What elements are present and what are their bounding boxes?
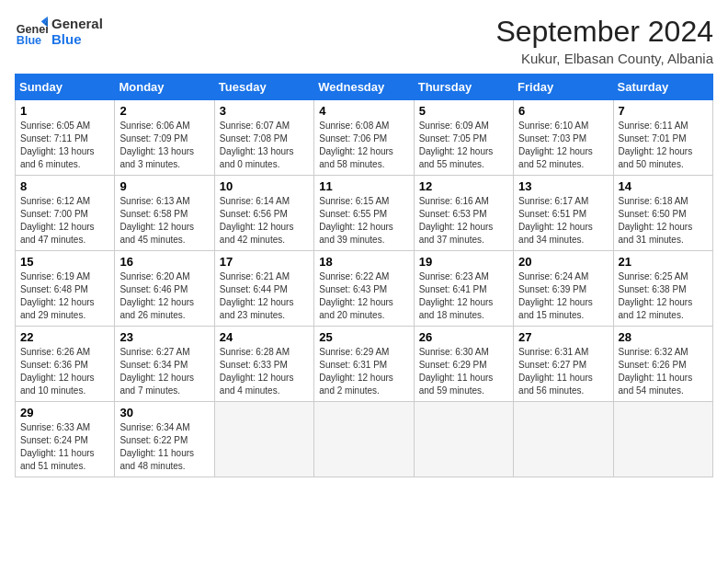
svg-text:Blue: Blue [17,34,41,47]
day-info: Sunrise: 6:19 AM Sunset: 6:48 PM Dayligh… [20,270,109,322]
calendar-day-cell: 6 Sunrise: 6:10 AM Sunset: 7:03 PM Dayli… [514,100,613,176]
page-header: General Blue General Blue September 2024… [15,15,713,66]
calendar-day-cell: 26 Sunrise: 6:30 AM Sunset: 6:29 PM Dayl… [414,327,513,402]
day-number: 14 [619,179,708,193]
calendar-day-cell: 23 Sunrise: 6:27 AM Sunset: 6:34 PM Dayl… [115,327,214,402]
logo: General Blue General Blue [15,15,103,48]
day-info: Sunrise: 6:09 AM Sunset: 7:05 PM Dayligh… [419,120,508,171]
calendar-day-cell [214,402,313,477]
day-number: 23 [119,330,209,344]
day-info: Sunrise: 6:25 AM Sunset: 6:38 PM Dayligh… [619,270,708,322]
day-info: Sunrise: 6:10 AM Sunset: 7:03 PM Dayligh… [518,120,608,171]
calendar-day-cell: 18 Sunrise: 6:22 AM Sunset: 6:43 PM Dayl… [314,251,414,327]
day-number: 16 [119,255,209,269]
day-info: Sunrise: 6:20 AM Sunset: 6:46 PM Dayligh… [119,270,209,322]
col-thursday: Thursday [414,75,513,100]
col-monday: Monday [115,75,214,100]
calendar-day-cell: 24 Sunrise: 6:28 AM Sunset: 6:33 PM Dayl… [214,327,313,402]
calendar-day-cell: 1 Sunrise: 6:05 AM Sunset: 7:11 PM Dayli… [16,100,115,176]
day-info: Sunrise: 6:16 AM Sunset: 6:53 PM Dayligh… [419,195,508,247]
day-info: Sunrise: 6:34 AM Sunset: 6:22 PM Dayligh… [119,421,209,473]
calendar-week-row: 8 Sunrise: 6:12 AM Sunset: 7:00 PM Dayli… [16,176,713,251]
day-number: 10 [220,179,309,193]
day-number: 25 [319,330,408,344]
calendar-day-cell [314,402,414,477]
day-info: Sunrise: 6:29 AM Sunset: 6:31 PM Dayligh… [319,346,408,397]
day-info: Sunrise: 6:05 AM Sunset: 7:11 PM Dayligh… [20,120,109,171]
title-section: September 2024 Kukur, Elbasan County, Al… [495,15,713,66]
day-number: 21 [619,255,708,269]
day-info: Sunrise: 6:12 AM Sunset: 7:00 PM Dayligh… [20,195,109,247]
logo-general: General [51,16,103,31]
day-info: Sunrise: 6:24 AM Sunset: 6:39 PM Dayligh… [518,270,608,322]
calendar-day-cell: 29 Sunrise: 6:33 AM Sunset: 6:24 PM Dayl… [16,402,115,477]
col-friday: Friday [514,75,613,100]
day-info: Sunrise: 6:06 AM Sunset: 7:09 PM Dayligh… [119,120,209,171]
day-info: Sunrise: 6:32 AM Sunset: 6:26 PM Dayligh… [619,346,708,397]
col-wednesday: Wednesday [314,75,414,100]
day-number: 19 [419,255,508,269]
day-number: 15 [20,255,109,269]
day-info: Sunrise: 6:18 AM Sunset: 6:50 PM Dayligh… [619,195,708,247]
day-info: Sunrise: 6:26 AM Sunset: 6:36 PM Dayligh… [20,346,109,397]
col-tuesday: Tuesday [214,75,313,100]
calendar-day-cell: 19 Sunrise: 6:23 AM Sunset: 6:41 PM Dayl… [414,251,513,327]
day-number: 3 [220,104,309,118]
location: Kukur, Elbasan County, Albania [495,51,713,66]
day-number: 13 [518,179,608,193]
day-number: 1 [20,104,109,118]
day-info: Sunrise: 6:15 AM Sunset: 6:55 PM Dayligh… [319,195,408,247]
day-number: 28 [619,330,708,344]
calendar-day-cell: 21 Sunrise: 6:25 AM Sunset: 6:38 PM Dayl… [613,251,712,327]
calendar-header-row: Sunday Monday Tuesday Wednesday Thursday… [16,75,713,100]
day-number: 5 [419,104,508,118]
calendar-day-cell: 2 Sunrise: 6:06 AM Sunset: 7:09 PM Dayli… [115,100,214,176]
calendar-week-row: 22 Sunrise: 6:26 AM Sunset: 6:36 PM Dayl… [16,327,713,402]
day-info: Sunrise: 6:14 AM Sunset: 6:56 PM Dayligh… [220,195,309,247]
day-number: 12 [419,179,508,193]
calendar-day-cell [414,402,513,477]
day-number: 22 [20,330,109,344]
calendar-day-cell: 11 Sunrise: 6:15 AM Sunset: 6:55 PM Dayl… [314,176,414,251]
month-title: September 2024 [495,15,713,49]
day-info: Sunrise: 6:07 AM Sunset: 7:08 PM Dayligh… [220,120,309,171]
calendar-day-cell: 3 Sunrise: 6:07 AM Sunset: 7:08 PM Dayli… [214,100,313,176]
day-number: 9 [119,179,209,193]
day-number: 24 [220,330,309,344]
calendar-day-cell: 13 Sunrise: 6:17 AM Sunset: 6:51 PM Dayl… [514,176,613,251]
day-info: Sunrise: 6:23 AM Sunset: 6:41 PM Dayligh… [419,270,508,322]
day-info: Sunrise: 6:28 AM Sunset: 6:33 PM Dayligh… [220,346,309,397]
calendar-day-cell: 10 Sunrise: 6:14 AM Sunset: 6:56 PM Dayl… [214,176,313,251]
day-number: 18 [319,255,408,269]
calendar-day-cell [613,402,712,477]
day-number: 17 [220,255,309,269]
day-info: Sunrise: 6:08 AM Sunset: 7:06 PM Dayligh… [319,120,408,171]
day-info: Sunrise: 6:17 AM Sunset: 6:51 PM Dayligh… [518,195,608,247]
calendar-week-row: 15 Sunrise: 6:19 AM Sunset: 6:48 PM Dayl… [16,251,713,327]
day-number: 30 [119,406,209,419]
logo-blue: Blue [51,31,103,47]
calendar-day-cell: 27 Sunrise: 6:31 AM Sunset: 6:27 PM Dayl… [514,327,613,402]
day-number: 6 [518,104,608,118]
day-info: Sunrise: 6:27 AM Sunset: 6:34 PM Dayligh… [119,346,209,397]
calendar-week-row: 29 Sunrise: 6:33 AM Sunset: 6:24 PM Dayl… [16,402,713,477]
day-number: 26 [419,330,508,344]
calendar-day-cell: 9 Sunrise: 6:13 AM Sunset: 6:58 PM Dayli… [115,176,214,251]
day-number: 20 [518,255,608,269]
day-info: Sunrise: 6:31 AM Sunset: 6:27 PM Dayligh… [518,346,608,397]
day-number: 29 [20,406,109,419]
calendar-day-cell: 30 Sunrise: 6:34 AM Sunset: 6:22 PM Dayl… [115,402,214,477]
col-sunday: Sunday [16,75,115,100]
day-info: Sunrise: 6:13 AM Sunset: 6:58 PM Dayligh… [119,195,209,247]
day-info: Sunrise: 6:33 AM Sunset: 6:24 PM Dayligh… [20,421,109,473]
day-info: Sunrise: 6:30 AM Sunset: 6:29 PM Dayligh… [419,346,508,397]
calendar-day-cell: 14 Sunrise: 6:18 AM Sunset: 6:50 PM Dayl… [613,176,712,251]
day-info: Sunrise: 6:22 AM Sunset: 6:43 PM Dayligh… [319,270,408,322]
calendar-week-row: 1 Sunrise: 6:05 AM Sunset: 7:11 PM Dayli… [16,100,713,176]
calendar-day-cell: 20 Sunrise: 6:24 AM Sunset: 6:39 PM Dayl… [514,251,613,327]
day-number: 4 [319,104,408,118]
logo-icon: General Blue [15,15,48,48]
calendar-day-cell: 25 Sunrise: 6:29 AM Sunset: 6:31 PM Dayl… [314,327,414,402]
day-number: 27 [518,330,608,344]
calendar-day-cell: 22 Sunrise: 6:26 AM Sunset: 6:36 PM Dayl… [16,327,115,402]
